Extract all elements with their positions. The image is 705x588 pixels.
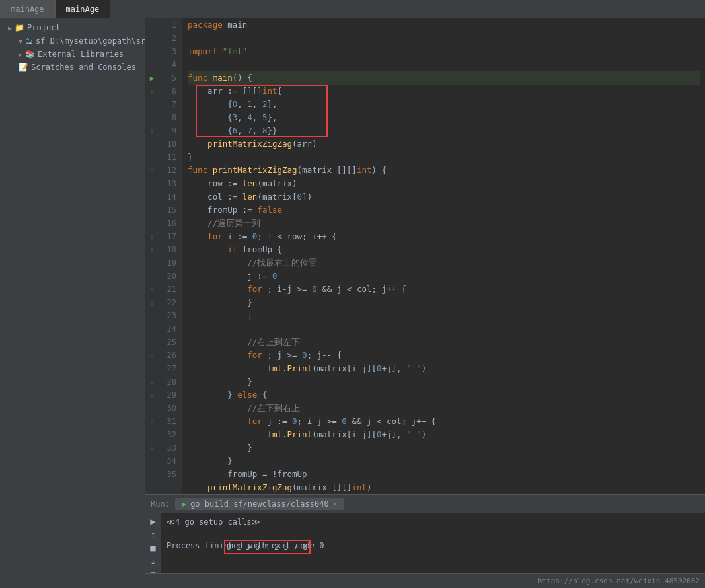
run-controls: ▶ ↑ ■ ↓ ⚙ 📌 bbox=[145, 513, 161, 573]
code-line-32: fmt.Print(matrix[i-j][0+j], " ") bbox=[188, 428, 700, 441]
ln-13: 13 bbox=[161, 177, 176, 190]
gutter-27 bbox=[145, 362, 159, 375]
run-settings-button[interactable]: ⚙ bbox=[147, 569, 160, 573]
run-tab[interactable]: ▶ go build sf/newclass/class040 ✕ bbox=[175, 498, 344, 510]
ln-5: 5 bbox=[161, 71, 176, 85]
ln-22: 22 bbox=[161, 296, 176, 309]
ln-32: 32 bbox=[161, 428, 176, 441]
ln-20: 20 bbox=[161, 270, 176, 283]
code-line-13: row := len(matrix) bbox=[188, 177, 700, 190]
ln-35: 35 bbox=[161, 468, 176, 481]
run-up-button[interactable]: ↑ bbox=[147, 529, 160, 540]
go-icon: ▶ bbox=[182, 499, 186, 509]
gutter-20 bbox=[145, 270, 159, 283]
sidebar-item-external-libs[interactable]: ▶ 📚 External Libraries bbox=[0, 48, 145, 61]
gutter-19 bbox=[145, 256, 159, 270]
ln-2: 2 bbox=[161, 32, 176, 45]
gutter-23 bbox=[145, 309, 159, 322]
run-down-button[interactable]: ↓ bbox=[147, 556, 160, 566]
sidebar-item-scratches[interactable]: 📝 Scratches and Consoles bbox=[0, 61, 145, 74]
run-body: ▶ ↑ ■ ↓ ⚙ 📌 ≪4 go setup calls≫ 0 1 3 6 4… bbox=[145, 513, 705, 573]
code-line-21: for ; i-j >= 0 && j < col; j++ { bbox=[188, 283, 700, 296]
ln-30: 30 bbox=[161, 402, 176, 415]
code-line-30: //左下到右上 bbox=[188, 402, 700, 415]
ln-19: 19 bbox=[161, 256, 176, 270]
sidebar: ▶ 📁 Project ▼ 🗂 sf D:\mysetup\gopath\src… bbox=[0, 18, 145, 588]
code-line-6: arr := [][]int{ bbox=[188, 85, 700, 98]
editor-area: ▶ ◇ ◇ ◇ ◇ ◇ ◇ ◇ ◇ bbox=[145, 18, 705, 588]
gutter-14 bbox=[145, 190, 159, 203]
gutter-31: ◇ bbox=[145, 415, 159, 428]
ln-29: 29 bbox=[161, 388, 176, 402]
ln-25: 25 bbox=[161, 336, 176, 349]
run-toolbar: Run: ▶ go build sf/newclass/class040 ✕ bbox=[145, 495, 705, 513]
gutter-4 bbox=[145, 58, 159, 71]
ln-34: 34 bbox=[161, 455, 176, 468]
extlibs-arrow: ▶ bbox=[19, 51, 22, 58]
code-line-1: package main bbox=[188, 18, 700, 32]
code-line-28: } bbox=[188, 375, 700, 388]
gutter-13 bbox=[145, 177, 159, 190]
code-line-25: //右上到左下 bbox=[188, 336, 700, 349]
code-line-8: {3, 4, 5}, bbox=[188, 111, 700, 124]
run-play-button[interactable]: ▶ bbox=[147, 516, 160, 527]
code-line-16: //遍历第一列 bbox=[188, 217, 700, 230]
gutter-3 bbox=[145, 45, 159, 58]
sf-arrow: ▼ bbox=[19, 38, 22, 45]
code-line-26: for ; j >= 0; j-- { bbox=[188, 349, 700, 362]
gutter-5: ▶ bbox=[145, 71, 159, 85]
ln-26: 26 bbox=[161, 349, 176, 362]
code-line-4 bbox=[188, 58, 700, 71]
ln-27: 27 bbox=[161, 362, 176, 375]
ln-36 bbox=[161, 481, 176, 494]
run-tab-close[interactable]: ✕ bbox=[333, 500, 337, 507]
ln-24: 24 bbox=[161, 322, 176, 336]
ln-11: 11 bbox=[161, 151, 176, 164]
sidebar-item-sf[interactable]: ▼ 🗂 sf D:\mysetup\gopath\src\sf bbox=[0, 34, 145, 48]
ln-9: 9 bbox=[161, 124, 176, 137]
gutter-17: ◇ bbox=[145, 230, 159, 243]
ln-12: 12 bbox=[161, 164, 176, 177]
code-content[interactable]: package main import "fmt" func main() { … bbox=[182, 18, 705, 494]
gutter-2 bbox=[145, 32, 159, 45]
run-panel: Run: ▶ go build sf/newclass/class040 ✕ ▶… bbox=[145, 494, 705, 573]
main-layout: ▶ 📁 Project ▼ 🗂 sf D:\mysetup\gopath\src… bbox=[0, 18, 705, 588]
run-label: Run: bbox=[151, 499, 170, 509]
sidebar-item-project[interactable]: ▶ 📁 Project bbox=[0, 21, 145, 34]
run-output[interactable]: ≪4 go setup calls≫ 0 1 3 6 4 2 5 7 8 Pro… bbox=[161, 513, 705, 573]
status-url: https://blog.csdn.net/weixin_48502062 bbox=[538, 577, 700, 585]
ln-33: 33 bbox=[161, 441, 176, 455]
run-output-numbers: 0 1 3 6 4 2 5 7 8 bbox=[167, 528, 700, 540]
project-folder-icon: 📁 bbox=[15, 23, 24, 32]
gutter-6: ◇ bbox=[145, 85, 159, 98]
gutter-25 bbox=[145, 336, 159, 349]
run-stop-button[interactable]: ■ bbox=[147, 542, 160, 553]
ln-21: 21 bbox=[161, 283, 176, 296]
code-line-12: func printMatrixZigZag(matrix [][]int) { bbox=[188, 164, 700, 177]
tab-inactive[interactable]: mainAge bbox=[0, 0, 56, 18]
ln-17: 17 bbox=[161, 230, 176, 243]
ln-15: 15 bbox=[161, 203, 176, 217]
code-line-35: fromUp = !fromUp bbox=[188, 468, 700, 481]
ln-6: 6 bbox=[161, 85, 176, 98]
gutter-12: ◇ bbox=[145, 164, 159, 177]
code-line-20: j := 0 bbox=[188, 270, 700, 283]
code-line-36: printMatrixZigZag(matrix [][]int) bbox=[188, 481, 700, 494]
code-line-34: } bbox=[188, 455, 700, 468]
ln-31: 31 bbox=[161, 415, 176, 428]
gutter-24 bbox=[145, 322, 159, 336]
gutter-33: ◇ bbox=[145, 441, 159, 455]
ln-7: 7 bbox=[161, 98, 176, 111]
code-line-11: } bbox=[188, 151, 700, 164]
gutter-22: ◇ bbox=[145, 296, 159, 309]
tab-active[interactable]: mainAge bbox=[56, 0, 111, 18]
gutter-16 bbox=[145, 217, 159, 230]
gutter-15 bbox=[145, 203, 159, 217]
gutter-21: ◇ bbox=[145, 283, 159, 296]
code-line-17: for i := 0; i < row; i++ { bbox=[188, 230, 700, 243]
ln-10: 10 bbox=[161, 137, 176, 151]
gutter-30 bbox=[145, 402, 159, 415]
code-line-5: func main() { bbox=[188, 71, 700, 85]
gutter-34 bbox=[145, 455, 159, 468]
gutter-7 bbox=[145, 98, 159, 111]
